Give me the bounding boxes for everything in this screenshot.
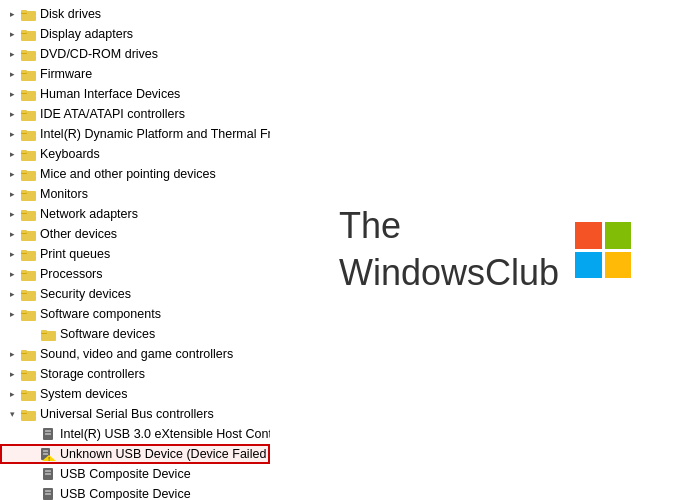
tree-item-keyboards[interactable]: Keyboards xyxy=(0,144,270,164)
svg-rect-11 xyxy=(21,70,27,73)
toggle-arrow[interactable] xyxy=(4,226,20,242)
usb-icon xyxy=(40,426,56,442)
tree-item-label: Mice and other pointing devices xyxy=(40,167,216,181)
toggle-arrow[interactable] xyxy=(4,386,20,402)
svg-rect-26 xyxy=(21,170,27,173)
brand-container: The WindowsClub xyxy=(339,203,631,297)
usb-icon xyxy=(40,486,56,500)
tree-item-monitors[interactable]: Monitors xyxy=(0,184,270,204)
tree-item-label: Monitors xyxy=(40,187,88,201)
brand-panel: The WindowsClub xyxy=(270,0,700,500)
tree-item-storage-controllers[interactable]: Storage controllers xyxy=(0,364,270,384)
toggle-arrow[interactable] xyxy=(4,266,20,282)
toggle-arrow[interactable] xyxy=(4,346,20,362)
tree-item-security-devices[interactable]: Security devices xyxy=(0,284,270,304)
folder-icon xyxy=(20,266,36,282)
svg-rect-20 xyxy=(21,130,27,133)
toggle-arrow[interactable] xyxy=(4,206,20,222)
tree-item-disk-drives[interactable]: Disk drives xyxy=(0,4,270,24)
svg-rect-23 xyxy=(21,150,27,153)
folder-icon xyxy=(20,6,36,22)
toggle-arrow[interactable] xyxy=(4,86,20,102)
folder-icon xyxy=(20,226,36,242)
toggle-arrow[interactable] xyxy=(4,106,20,122)
tree-item-label: Intel(R) Dynamic Platform and Thermal Fr… xyxy=(40,127,270,141)
tree-item-network-adapters[interactable]: Network adapters xyxy=(0,204,270,224)
tree-item-print-queues[interactable]: Print queues xyxy=(0,244,270,264)
folder-icon xyxy=(20,26,36,42)
toggle-arrow[interactable] xyxy=(4,306,20,322)
svg-rect-17 xyxy=(21,110,27,113)
tree-item-software-devices[interactable]: Software devices xyxy=(0,324,270,344)
tree-item-ide-atapi[interactable]: IDE ATA/ATAPI controllers xyxy=(0,104,270,124)
tree-item-processors[interactable]: Processors xyxy=(0,264,270,284)
toggle-arrow[interactable] xyxy=(4,66,20,82)
svg-rect-2 xyxy=(21,10,27,13)
toggle-arrow[interactable] xyxy=(24,446,40,462)
toggle-arrow[interactable] xyxy=(4,46,20,62)
tree-item-label: Software components xyxy=(40,307,161,321)
tree-item-dvd-cdrom[interactable]: DVD/CD-ROM drives xyxy=(0,44,270,64)
toggle-arrow[interactable] xyxy=(24,426,40,442)
svg-rect-41 xyxy=(21,270,27,273)
folder-icon xyxy=(20,366,36,382)
tree-item-usb-composite-1[interactable]: USB Composite Device xyxy=(0,464,270,484)
tree-item-label: Storage controllers xyxy=(40,367,145,381)
svg-rect-72 xyxy=(45,470,51,472)
toggle-arrow[interactable] xyxy=(4,6,20,22)
svg-rect-35 xyxy=(21,230,27,233)
tree-item-software-components[interactable]: Software components xyxy=(0,304,270,324)
tree-item-label: Network adapters xyxy=(40,207,138,221)
toggle-arrow[interactable] xyxy=(4,126,20,142)
toggle-arrow[interactable] xyxy=(24,326,40,342)
tree-item-other-devices[interactable]: Other devices xyxy=(0,224,270,244)
folder-icon xyxy=(40,326,56,342)
tree-item-firmware[interactable]: Firmware xyxy=(0,64,270,84)
toggle-arrow[interactable] xyxy=(4,406,20,422)
logo-quadrant-3 xyxy=(575,252,602,279)
svg-rect-8 xyxy=(21,50,27,53)
tree-item-label: Unknown USB Device (Device Failed Enumer… xyxy=(60,447,270,461)
toggle-arrow[interactable] xyxy=(24,486,40,500)
tree-item-label: Keyboards xyxy=(40,147,100,161)
usb-icon xyxy=(40,466,56,482)
folder-icon xyxy=(20,246,36,262)
folder-icon xyxy=(20,86,36,102)
tree-item-hid[interactable]: Human Interface Devices xyxy=(0,84,270,104)
toggle-arrow[interactable] xyxy=(24,466,40,482)
tree-item-display-adapters[interactable]: Display adapters xyxy=(0,24,270,44)
tree-item-label: Security devices xyxy=(40,287,131,301)
toggle-arrow[interactable] xyxy=(4,186,20,202)
device-tree-panel[interactable]: Disk drives Display adapters DVD/CD-ROM … xyxy=(0,0,270,500)
tree-item-mice[interactable]: Mice and other pointing devices xyxy=(0,164,270,184)
tree-item-intel-dynamic[interactable]: Intel(R) Dynamic Platform and Thermal Fr… xyxy=(0,124,270,144)
svg-rect-47 xyxy=(21,310,27,313)
tree-item-label: Other devices xyxy=(40,227,117,241)
tree-item-usb-intel[interactable]: Intel(R) USB 3.0 eXtensible Host Control… xyxy=(0,424,270,444)
tree-item-label: Print queues xyxy=(40,247,110,261)
tree-item-sound-video[interactable]: Sound, video and game controllers xyxy=(0,344,270,364)
toggle-arrow[interactable] xyxy=(4,146,20,162)
folder-icon xyxy=(20,286,36,302)
tree-item-label: Universal Serial Bus controllers xyxy=(40,407,214,421)
toggle-arrow[interactable] xyxy=(4,246,20,262)
folder-icon xyxy=(20,406,36,422)
toggle-arrow[interactable] xyxy=(4,166,20,182)
tree-item-label: DVD/CD-ROM drives xyxy=(40,47,158,61)
folder-icon xyxy=(20,166,36,182)
svg-rect-32 xyxy=(21,210,27,213)
svg-rect-75 xyxy=(45,490,51,492)
svg-rect-14 xyxy=(21,90,27,93)
folder-icon xyxy=(20,186,36,202)
toggle-arrow[interactable] xyxy=(4,286,20,302)
tree-item-usb-composite-2[interactable]: USB Composite Device xyxy=(0,484,270,500)
windows-logo xyxy=(575,222,631,278)
tree-item-system-devices[interactable]: System devices xyxy=(0,384,270,404)
folder-icon xyxy=(20,346,36,362)
toggle-arrow[interactable] xyxy=(4,26,20,42)
tree-item-usb-controllers[interactable]: Universal Serial Bus controllers xyxy=(0,404,270,424)
svg-rect-29 xyxy=(21,190,27,193)
tree-item-label: USB Composite Device xyxy=(60,487,191,500)
tree-item-usb-unknown[interactable]: ! Unknown USB Device (Device Failed Enum… xyxy=(0,444,270,464)
toggle-arrow[interactable] xyxy=(4,366,20,382)
